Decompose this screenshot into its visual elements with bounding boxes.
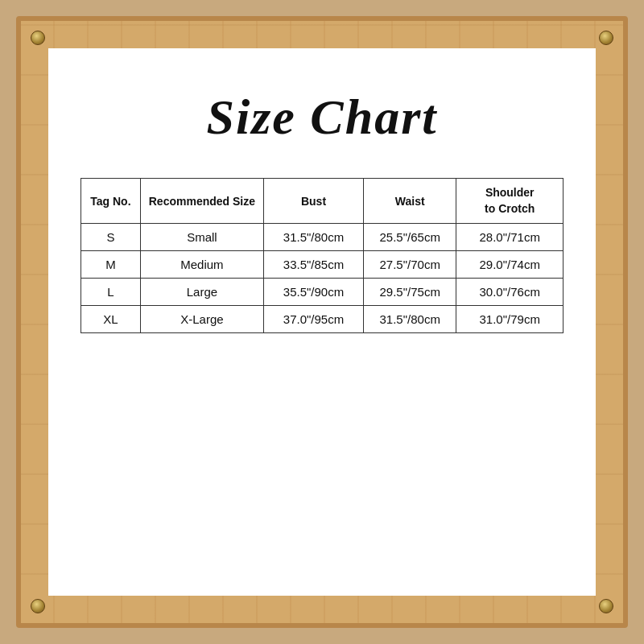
shoulder-line1: Shoulder xyxy=(485,186,535,199)
cell-tag: L xyxy=(81,279,141,306)
table-row: MMedium33.5"/85cm27.5"/70cm29.0"/74cm xyxy=(81,251,564,279)
col-header-tag: Tag No. xyxy=(81,179,141,224)
col-header-waist: Waist xyxy=(364,179,456,224)
cell-bust: 35.5"/90cm xyxy=(264,279,364,306)
cell-bust: 31.5"/80cm xyxy=(264,224,364,251)
cell-waist: 27.5"/70cm xyxy=(364,251,456,279)
bolt-top-left xyxy=(31,31,45,45)
cell-recommended: X-Large xyxy=(140,306,263,333)
bolt-top-right xyxy=(599,31,613,45)
shoulder-line2: to Crotch xyxy=(485,202,535,215)
cell-recommended: Medium xyxy=(140,251,263,279)
cell-shoulder: 31.0"/79cm xyxy=(456,306,564,333)
cell-bust: 37.0"/95cm xyxy=(264,306,364,333)
cell-waist: 29.5"/75cm xyxy=(364,279,456,306)
cell-shoulder: 30.0"/76cm xyxy=(456,279,564,306)
col-header-shoulder: Shoulder to Crotch xyxy=(456,179,564,224)
cell-shoulder: 28.0"/71cm xyxy=(456,224,564,251)
col-header-recommended: Recommended Size xyxy=(140,179,263,224)
bolt-bottom-left xyxy=(31,599,45,613)
cell-tag: M xyxy=(81,251,141,279)
table-row: SSmall31.5"/80cm25.5"/65cm28.0"/71cm xyxy=(81,224,564,251)
table-row: LLarge35.5"/90cm29.5"/75cm30.0"/76cm xyxy=(81,279,564,306)
cell-shoulder: 29.0"/74cm xyxy=(456,251,564,279)
page-title: Size Chart xyxy=(206,89,437,146)
bolt-bottom-right xyxy=(599,599,613,613)
cell-bust: 33.5"/85cm xyxy=(264,251,364,279)
cell-tag: XL xyxy=(81,306,141,333)
table-header-row: Tag No. Recommended Size Bust Waist Shou… xyxy=(81,179,564,224)
size-chart-table: Tag No. Recommended Size Bust Waist Shou… xyxy=(80,178,564,333)
cell-recommended: Small xyxy=(140,224,263,251)
cell-tag: S xyxy=(81,224,141,251)
cell-recommended: Large xyxy=(140,279,263,306)
table-row: XLX-Large37.0"/95cm31.5"/80cm31.0"/79cm xyxy=(81,306,564,333)
content-area: Size Chart Tag No. Recommended Size Bust… xyxy=(48,48,596,596)
cell-waist: 25.5"/65cm xyxy=(364,224,456,251)
wood-frame: Size Chart Tag No. Recommended Size Bust… xyxy=(16,16,628,628)
cell-waist: 31.5"/80cm xyxy=(364,306,456,333)
col-header-bust: Bust xyxy=(264,179,364,224)
